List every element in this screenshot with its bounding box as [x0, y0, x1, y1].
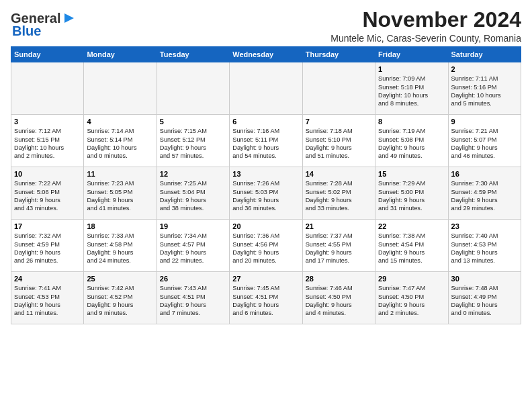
- day-info: Sunrise: 7:36 AM Sunset: 4:56 PM Dayligh…: [232, 232, 299, 265]
- cell-4-2: 26Sunrise: 7:43 AM Sunset: 4:51 PM Dayli…: [157, 272, 229, 324]
- day-info: Sunrise: 7:48 AM Sunset: 4:49 PM Dayligh…: [451, 284, 518, 318]
- svg-marker-0: [64, 13, 74, 23]
- location-subtitle: Muntele Mic, Caras-Severin County, Roman…: [330, 33, 521, 44]
- day-info: Sunrise: 7:40 AM Sunset: 4:53 PM Dayligh…: [451, 232, 518, 265]
- cell-4-0: 24Sunrise: 7:41 AM Sunset: 4:53 PM Dayli…: [11, 272, 84, 324]
- day-number: 11: [87, 170, 153, 178]
- day-info: Sunrise: 7:33 AM Sunset: 4:58 PM Dayligh…: [87, 232, 153, 265]
- day-number: 18: [87, 222, 153, 230]
- cell-1-0: 3Sunrise: 7:12 AM Sunset: 5:15 PM Daylig…: [11, 115, 84, 167]
- day-number: 28: [306, 275, 372, 283]
- header-friday: Friday: [375, 47, 448, 62]
- cell-1-3: 6Sunrise: 7:16 AM Sunset: 5:11 PM Daylig…: [230, 115, 302, 167]
- cell-0-2: [157, 62, 229, 115]
- day-info: Sunrise: 7:28 AM Sunset: 5:02 PM Dayligh…: [306, 179, 372, 213]
- cell-0-3: [230, 62, 302, 115]
- calendar-table: Sunday Monday Tuesday Wednesday Thursday…: [11, 46, 521, 324]
- header-sunday: Sunday: [11, 47, 84, 62]
- day-number: 7: [306, 118, 372, 126]
- day-number: 19: [160, 222, 226, 230]
- cell-2-1: 11Sunrise: 7:23 AM Sunset: 5:05 PM Dayli…: [84, 167, 157, 220]
- day-number: 12: [160, 170, 226, 178]
- cell-2-4: 14Sunrise: 7:28 AM Sunset: 5:02 PM Dayli…: [302, 167, 375, 220]
- cell-3-5: 22Sunrise: 7:38 AM Sunset: 4:54 PM Dayli…: [375, 220, 448, 272]
- day-info: Sunrise: 7:26 AM Sunset: 5:03 PM Dayligh…: [232, 179, 299, 213]
- day-number: 29: [378, 275, 445, 283]
- title-block: November 2024 Muntele Mic, Caras-Severin…: [330, 8, 521, 44]
- cell-4-3: 27Sunrise: 7:45 AM Sunset: 4:51 PM Dayli…: [230, 272, 302, 324]
- day-number: 3: [14, 118, 81, 126]
- day-number: 6: [232, 118, 299, 126]
- week-row-2: 3Sunrise: 7:12 AM Sunset: 5:15 PM Daylig…: [11, 115, 521, 167]
- day-number: 23: [451, 222, 518, 230]
- day-info: Sunrise: 7:38 AM Sunset: 4:54 PM Dayligh…: [378, 232, 445, 265]
- day-info: Sunrise: 7:29 AM Sunset: 5:00 PM Dayligh…: [378, 179, 445, 213]
- day-info: Sunrise: 7:30 AM Sunset: 4:59 PM Dayligh…: [451, 179, 518, 213]
- day-info: Sunrise: 7:09 AM Sunset: 5:18 PM Dayligh…: [378, 75, 445, 108]
- cell-2-2: 12Sunrise: 7:25 AM Sunset: 5:04 PM Dayli…: [157, 167, 229, 220]
- day-info: Sunrise: 7:32 AM Sunset: 4:59 PM Dayligh…: [14, 232, 81, 265]
- day-number: 2: [451, 65, 518, 73]
- day-info: Sunrise: 7:47 AM Sunset: 4:50 PM Dayligh…: [378, 284, 445, 318]
- header-wednesday: Wednesday: [230, 47, 302, 62]
- day-info: Sunrise: 7:11 AM Sunset: 5:16 PM Dayligh…: [451, 75, 518, 108]
- cell-2-6: 16Sunrise: 7:30 AM Sunset: 4:59 PM Dayli…: [448, 167, 521, 220]
- week-row-5: 24Sunrise: 7:41 AM Sunset: 4:53 PM Dayli…: [11, 272, 521, 324]
- day-number: 20: [232, 222, 299, 230]
- cell-1-6: 9Sunrise: 7:21 AM Sunset: 5:07 PM Daylig…: [448, 115, 521, 167]
- day-info: Sunrise: 7:41 AM Sunset: 4:53 PM Dayligh…: [14, 284, 81, 318]
- header-thursday: Thursday: [302, 47, 375, 62]
- header-tuesday: Tuesday: [157, 47, 229, 62]
- day-number: 9: [451, 118, 518, 126]
- day-number: 10: [14, 170, 81, 178]
- cell-0-5: 1Sunrise: 7:09 AM Sunset: 5:18 PM Daylig…: [375, 62, 448, 115]
- day-info: Sunrise: 7:16 AM Sunset: 5:11 PM Dayligh…: [232, 127, 299, 161]
- day-number: 16: [451, 170, 518, 178]
- day-info: Sunrise: 7:19 AM Sunset: 5:08 PM Dayligh…: [378, 127, 445, 161]
- day-number: 26: [160, 275, 226, 283]
- day-info: Sunrise: 7:45 AM Sunset: 4:51 PM Dayligh…: [232, 284, 299, 318]
- day-info: Sunrise: 7:23 AM Sunset: 5:05 PM Dayligh…: [87, 179, 153, 213]
- day-info: Sunrise: 7:21 AM Sunset: 5:07 PM Dayligh…: [451, 127, 518, 161]
- day-number: 14: [306, 170, 372, 178]
- logo: General Blue: [11, 11, 77, 39]
- cell-1-5: 8Sunrise: 7:19 AM Sunset: 5:08 PM Daylig…: [375, 115, 448, 167]
- day-number: 8: [378, 118, 445, 126]
- cell-2-0: 10Sunrise: 7:22 AM Sunset: 5:06 PM Dayli…: [11, 167, 84, 220]
- day-number: 21: [306, 222, 372, 230]
- day-number: 30: [451, 275, 518, 283]
- cell-0-4: [302, 62, 375, 115]
- day-info: Sunrise: 7:18 AM Sunset: 5:10 PM Dayligh…: [306, 127, 372, 161]
- day-number: 1: [378, 65, 445, 73]
- header-saturday: Saturday: [448, 47, 521, 62]
- header: General Blue November 2024 Muntele Mic, …: [11, 8, 521, 44]
- cell-0-6: 2Sunrise: 7:11 AM Sunset: 5:16 PM Daylig…: [448, 62, 521, 115]
- cell-4-6: 30Sunrise: 7:48 AM Sunset: 4:49 PM Dayli…: [448, 272, 521, 324]
- day-number: 25: [87, 275, 153, 283]
- cell-4-4: 28Sunrise: 7:46 AM Sunset: 4:50 PM Dayli…: [302, 272, 375, 324]
- day-number: 24: [14, 275, 81, 283]
- day-number: 27: [232, 275, 299, 283]
- page: General Blue November 2024 Muntele Mic, …: [0, 0, 532, 330]
- month-title: November 2024: [330, 8, 521, 32]
- day-info: Sunrise: 7:12 AM Sunset: 5:15 PM Dayligh…: [14, 127, 81, 161]
- week-row-4: 17Sunrise: 7:32 AM Sunset: 4:59 PM Dayli…: [11, 220, 521, 272]
- cell-1-4: 7Sunrise: 7:18 AM Sunset: 5:10 PM Daylig…: [302, 115, 375, 167]
- cell-4-5: 29Sunrise: 7:47 AM Sunset: 4:50 PM Dayli…: [375, 272, 448, 324]
- weekday-header-row: Sunday Monday Tuesday Wednesday Thursday…: [11, 47, 521, 62]
- header-monday: Monday: [84, 47, 157, 62]
- day-info: Sunrise: 7:37 AM Sunset: 4:55 PM Dayligh…: [306, 232, 372, 265]
- cell-3-1: 18Sunrise: 7:33 AM Sunset: 4:58 PM Dayli…: [84, 220, 157, 272]
- cell-3-3: 20Sunrise: 7:36 AM Sunset: 4:56 PM Dayli…: [230, 220, 302, 272]
- day-info: Sunrise: 7:46 AM Sunset: 4:50 PM Dayligh…: [306, 284, 372, 318]
- cell-3-2: 19Sunrise: 7:34 AM Sunset: 4:57 PM Dayli…: [157, 220, 229, 272]
- day-number: 5: [160, 118, 226, 126]
- day-number: 13: [232, 170, 299, 178]
- cell-4-1: 25Sunrise: 7:42 AM Sunset: 4:52 PM Dayli…: [84, 272, 157, 324]
- logo-blue: Blue: [12, 24, 41, 39]
- cell-1-2: 5Sunrise: 7:15 AM Sunset: 5:12 PM Daylig…: [157, 115, 229, 167]
- day-info: Sunrise: 7:25 AM Sunset: 5:04 PM Dayligh…: [160, 179, 226, 213]
- cell-2-5: 15Sunrise: 7:29 AM Sunset: 5:00 PM Dayli…: [375, 167, 448, 220]
- day-info: Sunrise: 7:15 AM Sunset: 5:12 PM Dayligh…: [160, 127, 226, 161]
- day-info: Sunrise: 7:42 AM Sunset: 4:52 PM Dayligh…: [87, 284, 153, 318]
